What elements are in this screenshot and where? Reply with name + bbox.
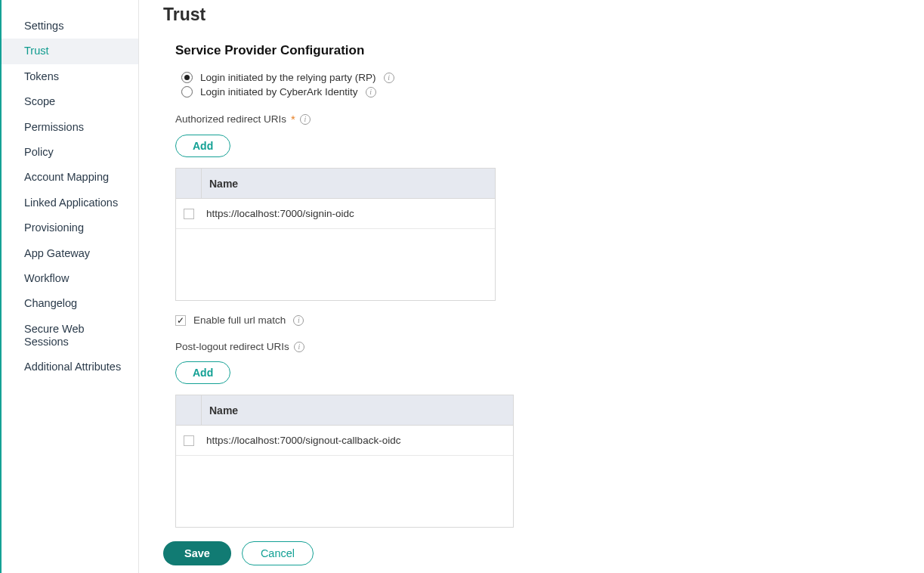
info-icon[interactable]: i	[294, 342, 304, 352]
sidebar-item-settings[interactable]: Settings	[2, 14, 138, 39]
login-option-idp-row: Login initiated by CyberArk Identity i	[181, 86, 909, 98]
table-header: Name	[176, 169, 495, 199]
full-url-match-row: Enable full url match i	[175, 314, 909, 326]
cancel-button[interactable]: Cancel	[242, 541, 314, 565]
sidebar-nav: Settings Trust Tokens Scope Permissions …	[0, 0, 139, 573]
table-empty-space	[176, 456, 513, 527]
login-option-rp-row: Login initiated by the relying party (RP…	[181, 72, 909, 83]
post-logout-label-row: Post-logout redirect URIs i	[175, 341, 909, 352]
table-empty-space	[176, 229, 495, 300]
spc-heading: Service Provider Configuration	[175, 43, 909, 58]
auth-redirect-table: Name https://localhost:7000/signin-oidc	[175, 168, 496, 301]
full-url-match-label: Enable full url match	[193, 314, 286, 326]
table-row[interactable]: https://localhost:7000/signout-callback-…	[176, 426, 513, 456]
post-logout-table: Name https://localhost:7000/signout-call…	[175, 395, 514, 528]
sidebar-item-tokens[interactable]: Tokens	[2, 64, 138, 89]
info-icon[interactable]: i	[300, 114, 311, 125]
post-logout-label: Post-logout redirect URIs	[175, 341, 289, 352]
sidebar-item-additional-attributes[interactable]: Additional Attributes	[2, 355, 138, 379]
table-col-name: Name	[202, 404, 238, 417]
sidebar-item-provisioning[interactable]: Provisioning	[2, 215, 138, 240]
row-checkbox[interactable]	[184, 209, 194, 219]
main-content: Trust Service Provider Configuration Log…	[139, 0, 924, 573]
table-select-all-col	[176, 395, 202, 425]
login-option-rp-radio[interactable]	[181, 72, 193, 83]
sidebar-item-workflow[interactable]: Workflow	[2, 266, 138, 291]
auth-redirect-label: Authorized redirect URIs	[175, 113, 286, 125]
add-post-logout-button[interactable]: Add	[175, 361, 230, 384]
auth-redirect-label-row: Authorized redirect URIs * i	[175, 113, 909, 125]
info-icon[interactable]: i	[366, 87, 376, 98]
page-title: Trust	[163, 5, 909, 25]
sidebar-item-changelog[interactable]: Changelog	[2, 291, 138, 316]
uri-value: https://localhost:7000/signout-callback-…	[202, 435, 400, 446]
save-button[interactable]: Save	[163, 541, 231, 565]
sidebar-item-policy[interactable]: Policy	[2, 140, 138, 165]
row-checkbox[interactable]	[184, 435, 194, 446]
table-header: Name	[176, 395, 513, 426]
table-row[interactable]: https://localhost:7000/signin-oidc	[176, 199, 495, 229]
sidebar-item-secure-web-sessions[interactable]: Secure Web Sessions	[2, 317, 138, 355]
required-asterisk: *	[291, 113, 295, 125]
table-col-name: Name	[202, 178, 238, 190]
login-option-idp-label: Login initiated by CyberArk Identity	[200, 86, 358, 98]
sidebar-item-scope[interactable]: Scope	[2, 89, 138, 114]
sidebar-item-app-gateway[interactable]: App Gateway	[2, 241, 138, 266]
uri-value: https://localhost:7000/signin-oidc	[202, 208, 354, 219]
sidebar-item-account-mapping[interactable]: Account Mapping	[2, 165, 138, 190]
full-url-match-checkbox[interactable]	[175, 315, 186, 326]
sidebar-item-permissions[interactable]: Permissions	[2, 115, 138, 140]
login-option-rp-label: Login initiated by the relying party (RP…	[200, 72, 376, 83]
footer-actions: Save Cancel	[163, 541, 909, 565]
add-auth-redirect-button[interactable]: Add	[175, 135, 230, 157]
login-option-idp-radio[interactable]	[181, 86, 193, 98]
sidebar-item-linked-applications[interactable]: Linked Applications	[2, 190, 138, 215]
info-icon[interactable]: i	[384, 73, 394, 83]
table-select-all-col	[176, 169, 202, 198]
sidebar-item-trust[interactable]: Trust	[2, 39, 138, 63]
info-icon[interactable]: i	[293, 315, 304, 326]
